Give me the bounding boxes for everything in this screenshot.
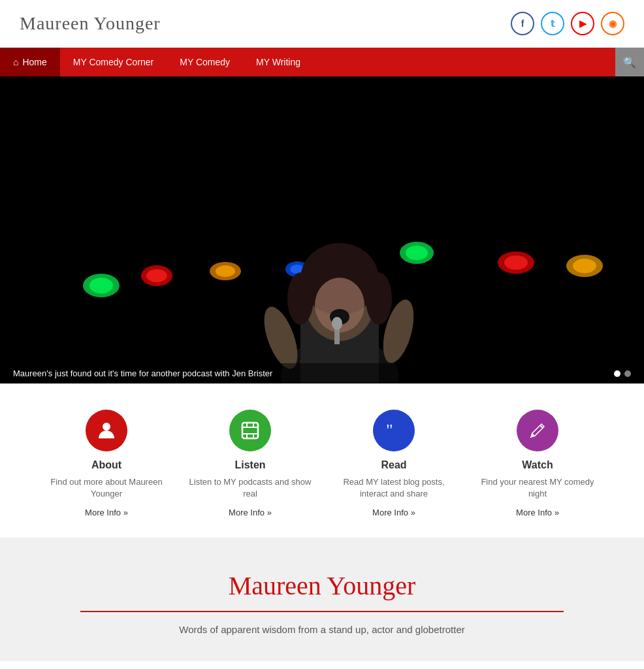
- svg-point-10: [406, 246, 428, 260]
- listen-title: Listen: [188, 459, 312, 471]
- hero-dot-1[interactable]: [614, 370, 620, 377]
- svg-rect-34: [253, 434, 254, 438]
- svg-line-36: [540, 425, 543, 428]
- hero-section: Maureen's just found out it's time for a…: [0, 76, 644, 383]
- hero-caption: Maureen's just found out it's time for a…: [0, 363, 644, 383]
- blog-section: Latest Blog Posts ◀ ▶ Recent Blog Commen…: [0, 661, 644, 669]
- svg-rect-30: [242, 433, 258, 434]
- nav-comedy-corner[interactable]: MY Comedy Corner: [60, 48, 167, 76]
- film-icon: [240, 420, 261, 441]
- svg-point-24: [332, 317, 342, 330]
- watch-title: Watch: [475, 459, 600, 471]
- svg-point-27: [103, 423, 110, 431]
- svg-rect-33: [246, 434, 248, 438]
- read-desc: Read MY latest blog posts, interact and …: [332, 476, 456, 500]
- svg-text:": ": [386, 421, 393, 440]
- social-icons: f 𝕥 ▶ ◉: [511, 12, 624, 35]
- navigation: ⌂ Home MY Comedy Corner MY Comedy MY Wri…: [0, 48, 644, 76]
- feature-read: " Read Read MY latest blog posts, intera…: [322, 410, 466, 518]
- listen-desc: Listen to MY podcasts and show real: [188, 476, 312, 500]
- feature-about: About Find out more about Maureen Younge…: [35, 410, 178, 518]
- about-section-title: Maureen Younger: [20, 570, 624, 601]
- svg-point-4: [146, 269, 167, 282]
- about-icon-circle[interactable]: [86, 410, 127, 451]
- about-section: Maureen Younger Words of apparent wisdom…: [0, 538, 644, 661]
- svg-point-2: [89, 278, 113, 293]
- svg-rect-32: [253, 423, 254, 427]
- svg-rect-28: [242, 423, 258, 438]
- svg-point-14: [573, 259, 596, 273]
- person-icon: [96, 420, 117, 441]
- read-link[interactable]: More Info »: [372, 508, 415, 517]
- nav-comedy[interactable]: MY Comedy: [167, 48, 243, 76]
- read-icon-circle[interactable]: ": [373, 410, 415, 451]
- feature-listen: Listen Listen to MY podcasts and show re…: [178, 410, 322, 518]
- svg-point-19: [287, 272, 314, 325]
- site-header: Maureen Younger f 𝕥 ▶ ◉: [0, 0, 644, 48]
- search-icon: 🔍: [623, 56, 636, 69]
- read-title: Read: [332, 459, 456, 471]
- facebook-icon[interactable]: f: [511, 12, 534, 35]
- youtube-icon[interactable]: ▶: [571, 12, 594, 35]
- twitter-icon[interactable]: 𝕥: [541, 12, 564, 35]
- pencil-icon: [527, 420, 548, 441]
- about-link[interactable]: More Info »: [85, 508, 128, 517]
- listen-link[interactable]: More Info »: [229, 508, 272, 517]
- svg-point-20: [366, 272, 392, 325]
- quote-icon: ": [383, 420, 404, 441]
- search-button[interactable]: 🔍: [615, 48, 644, 76]
- listen-icon-circle[interactable]: [229, 410, 271, 451]
- nav-writing[interactable]: MY Writing: [243, 48, 314, 76]
- site-title: Maureen Younger: [20, 13, 161, 34]
- nav-home[interactable]: ⌂ Home: [0, 48, 60, 76]
- watch-link[interactable]: More Info »: [516, 508, 559, 517]
- feature-watch: Watch Find your nearest MY comedy night …: [466, 410, 609, 518]
- rss-icon[interactable]: ◉: [601, 12, 624, 35]
- hero-background: [0, 76, 644, 383]
- svg-point-6: [216, 265, 235, 277]
- svg-rect-29: [242, 427, 258, 428]
- about-section-subtitle: Words of apparent wisdom from a stand up…: [20, 624, 624, 635]
- about-title: About: [44, 459, 169, 471]
- svg-rect-31: [246, 423, 248, 427]
- home-icon: ⌂: [13, 57, 18, 67]
- about-divider: [80, 611, 564, 612]
- features-section: About Find out more about Maureen Younge…: [0, 383, 644, 538]
- watch-desc: Find your nearest MY comedy night: [475, 476, 600, 500]
- svg-point-12: [504, 255, 528, 270]
- watch-icon-circle[interactable]: [517, 410, 558, 451]
- hero-dot-2[interactable]: [624, 370, 631, 377]
- hero-dots[interactable]: [614, 370, 631, 377]
- about-desc: Find out more about Maureen Younger: [44, 476, 169, 500]
